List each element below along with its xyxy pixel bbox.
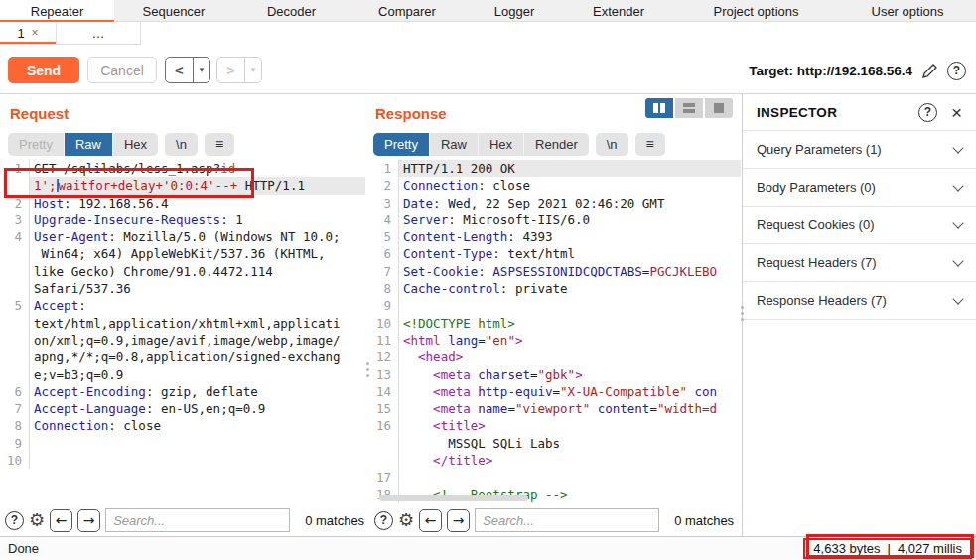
layout-rows-icon[interactable] [675,98,703,118]
request-newline-toggle[interactable]: \n [165,133,198,156]
request-match-count: 0 matches [305,513,364,528]
forward-dropdown-icon: ▼ [244,58,261,82]
inspector-close-icon[interactable]: × [951,103,962,122]
code-line: 1';waitfor+delay+'0:0:4'--+ HTTP/1.1 [0,177,365,194]
request-search-input[interactable] [105,508,290,532]
section-label: Request Headers (7) [757,255,954,270]
inspector-splitter-handle[interactable] [740,306,744,321]
cancel-button[interactable]: Cancel [87,57,157,83]
code-line: 15 <meta name="viewport" content="width=… [369,400,741,417]
layout-columns-icon[interactable] [645,98,673,118]
response-newline-toggle[interactable]: \n [596,133,628,156]
response-panel: Response PrettyRawHexRender \n ≡ 1HTTP/1… [369,94,741,536]
code-line: 7Accept-Language: en-US,en;q=0.9 [0,400,365,417]
search-settings-icon[interactable]: ⚙ [29,511,45,529]
code-line: 5Accept: [0,297,365,314]
inspector-help-icon[interactable]: ? [918,103,937,122]
code-line: 6Content-Type: text/html [369,245,741,262]
request-panel: Request PrettyRawHex \n ≡ 1GET /sqlilabs… [0,94,365,536]
request-view-tab-raw[interactable]: Raw [64,133,112,156]
main-tab-comparer[interactable]: Comparer [349,0,465,22]
response-view-tabs: PrettyRawHexRender \n ≡ [373,133,665,156]
back-arrow-icon: < [166,58,193,82]
section-label: Response Headers (7) [757,293,954,308]
code-line: 8Connection: close [0,417,365,434]
target-help-icon[interactable]: ? [947,62,966,80]
chevron-down-icon [952,293,963,304]
edit-pencil-icon[interactable] [921,63,938,79]
response-menu-button[interactable]: ≡ [635,133,665,156]
main-tab-bar: RepeaterSequencerDecoderComparerLoggerEx… [0,0,976,22]
code-line: Win64; x64) AppleWebKit/537.36 (KHTML, [0,245,365,262]
code-line: 4User-Agent: Mozilla/5.0 (Windows NT 10.… [0,228,365,245]
response-view-tab-hex[interactable]: Hex [478,133,523,156]
search-help-icon[interactable]: ? [374,511,393,530]
inspector-header: INSPECTOR ? × [743,94,976,131]
repeater-tab-label: 1 [17,26,24,41]
send-button[interactable]: Send [8,57,79,83]
inspector-panel: INSPECTOR ? × Query Parameters (1)Body P… [742,94,976,536]
repeater-toolbar: Send Cancel < ▼ > ▼ Target: http://192.1… [0,45,976,94]
tab-close-icon[interactable]: × [32,26,39,40]
code-line: 2Connection: close [369,177,741,194]
layout-single-icon[interactable] [705,98,733,118]
search-prev-icon[interactable]: ← [419,509,442,532]
main-tab-logger[interactable]: Logger [465,0,564,22]
response-view-tab-render[interactable]: Render [523,133,589,156]
code-line: 11<html lang="en"> [369,332,741,349]
main-tab-extender[interactable]: Extender [564,0,673,22]
inspector-section-query-parameters[interactable]: Query Parameters (1) [743,131,976,169]
code-line: e;v=b3;q=0.9 [0,366,365,383]
main-tab-repeater[interactable]: Repeater [0,0,114,22]
search-help-icon[interactable]: ? [5,511,24,530]
response-search-input[interactable] [475,508,659,532]
inspector-section-request-headers[interactable]: Request Headers (7) [743,244,976,282]
code-line: 1GET /sqlilabs/less_1.asp?id= [0,160,365,177]
code-line: 16 <title> [369,417,741,434]
code-line: 8Cache-control: private [369,280,741,297]
target-url: Target: http://192.168.56.4 [749,64,912,78]
code-line: 17 [369,469,741,486]
history-forward-button: > ▼ [216,57,262,83]
status-bar: Done 4,633 bytes | 4,027 millis [0,536,976,560]
request-search-bar: ? ⚙ ← → 0 matches [0,504,365,536]
inspector-section-request-cookies[interactable]: Request Cookies (0) [743,207,976,244]
code-line: 7Set-Cookie: ASPSESSIONIDCQDCTABS=PGCJKL… [369,263,741,280]
repeater-tab-1[interactable]: 1× [0,22,57,45]
code-line: 2Host: 192.168.56.4 [0,195,365,211]
code-line: 3Upgrade-Insecure-Requests: 1 [0,211,365,228]
inspector-section-response-headers[interactable]: Response Headers (7) [743,282,976,320]
horizontal-scrollbar-thumb[interactable] [379,495,528,501]
chevron-down-icon [952,217,963,228]
request-view-tab-hex[interactable]: Hex [112,133,158,156]
response-view-tab-pretty[interactable]: Pretty [373,133,429,156]
inspector-section-body-parameters[interactable]: Body Parameters (0) [743,169,976,207]
chevron-down-icon [952,255,963,266]
back-dropdown-icon[interactable]: ▼ [193,58,209,82]
main-tab-project-options[interactable]: Project options [673,0,839,22]
search-settings-icon[interactable]: ⚙ [398,511,414,529]
search-next-icon[interactable]: → [77,509,100,532]
section-label: Body Parameters (0) [757,180,954,195]
code-line: 10 [0,452,365,469]
code-line: </title> [369,452,741,469]
main-tab-decoder[interactable]: Decoder [233,0,349,22]
code-line: 4Server: Microsoft-IIS/6.0 [369,211,741,228]
section-label: Request Cookies (0) [757,217,954,232]
section-label: Query Parameters (1) [757,142,954,157]
bytes-count: 4,633 bytes [813,541,880,556]
history-back-button[interactable]: < ▼ [165,57,210,83]
request-editor[interactable]: 1GET /sqlilabs/less_1.asp?id=1';waitfor+… [0,160,365,504]
request-menu-button[interactable]: ≡ [205,133,234,156]
code-line: Safari/537.36 [0,280,365,297]
repeater-tab-…[interactable]: … [57,22,141,45]
main-tab-sequencer[interactable]: Sequencer [114,0,233,22]
response-view-tab-raw[interactable]: Raw [429,133,478,156]
forward-arrow-icon: > [217,58,244,82]
target-area: Target: http://192.168.56.4 ? [749,59,966,82]
main-tab-user-options[interactable]: User options [839,0,976,22]
search-next-icon[interactable]: → [447,509,470,532]
response-editor[interactable]: 1HTTP/1.1 200 OK2Connection: close3Date:… [369,160,741,504]
search-prev-icon[interactable]: ← [50,509,72,532]
response-search-bar: ? ⚙ ← → 0 matches [369,504,741,536]
